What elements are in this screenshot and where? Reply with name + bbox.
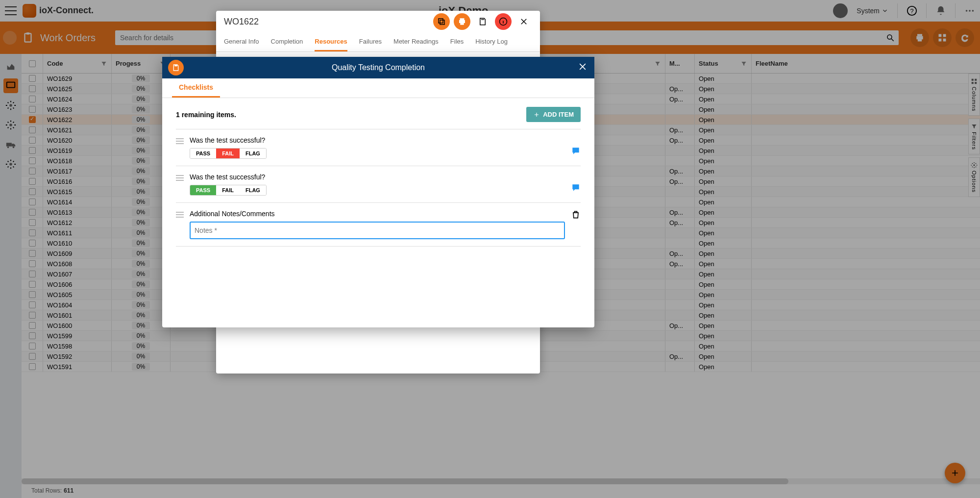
checklist-item: Was the test successful?PASSFAILFLAG: [176, 129, 581, 166]
pass-fail-group: PASSFAILFLAG: [190, 185, 267, 196]
panel-save-button[interactable]: [474, 13, 491, 30]
print-icon: [458, 17, 466, 26]
plus-icon: [533, 111, 540, 118]
drag-handle-icon[interactable]: [176, 138, 184, 144]
comment-icon[interactable]: [571, 183, 581, 193]
detail-panel-header: WO1622: [216, 11, 540, 32]
modal-title: Quality Testing Completion: [332, 63, 425, 72]
pass-button[interactable]: PASS: [190, 185, 216, 195]
panel-tab[interactable]: History Log: [475, 32, 508, 51]
panel-tab[interactable]: Meter Readings: [393, 32, 439, 51]
drag-handle-icon[interactable]: [176, 212, 184, 218]
panel-tab[interactable]: Completion: [271, 32, 303, 51]
save-icon: [172, 64, 180, 72]
close-icon: [578, 62, 588, 72]
save-icon: [478, 17, 487, 26]
pass-fail-group: PASSFAILFLAG: [190, 148, 267, 159]
fail-button[interactable]: FAIL: [216, 185, 240, 195]
panel-tab[interactable]: Files: [450, 32, 464, 51]
copy-icon: [437, 17, 446, 26]
check-content: Additional Notes/Comments: [190, 210, 565, 239]
panel-tab[interactable]: Resources: [315, 32, 347, 51]
trash-icon[interactable]: [571, 210, 581, 220]
panel-copy-button[interactable]: [433, 13, 450, 30]
fail-button[interactable]: FAIL: [216, 149, 240, 158]
add-item-button[interactable]: ADD ITEM: [526, 107, 581, 122]
close-icon: [519, 17, 528, 26]
remaining-text: 1 remaining items.: [176, 111, 236, 119]
panel-tab[interactable]: Failures: [359, 32, 382, 51]
panel-info-button[interactable]: [495, 13, 512, 30]
completion-modal: Quality Testing Completion Checklists 1 …: [162, 57, 594, 327]
modal-save-button[interactable]: [168, 60, 184, 75]
modal-tabs: Checklists: [162, 78, 594, 98]
drag-handle-icon[interactable]: [176, 175, 184, 181]
remaining-row: 1 remaining items. ADD ITEM: [176, 107, 581, 122]
modal-close-button[interactable]: [578, 62, 588, 74]
notes-input[interactable]: [190, 222, 565, 239]
check-question: Was the test successful?: [190, 173, 565, 181]
pass-button[interactable]: PASS: [190, 149, 216, 158]
flag-button[interactable]: FLAG: [240, 185, 266, 195]
modal-header: Quality Testing Completion: [162, 57, 594, 78]
check-question: Was the test successful?: [190, 136, 565, 144]
notes-label: Additional Notes/Comments: [190, 210, 565, 218]
panel-close-button[interactable]: [515, 13, 532, 30]
flag-button[interactable]: FLAG: [240, 149, 266, 158]
panel-tab[interactable]: General Info: [224, 32, 259, 51]
panel-print-button[interactable]: [454, 13, 470, 30]
check-content: Was the test successful?PASSFAILFLAG: [190, 173, 565, 196]
tab-checklists[interactable]: Checklists: [172, 78, 220, 98]
detail-panel-tabs: General InfoCompletionResourcesFailuresM…: [216, 32, 540, 52]
comment-icon[interactable]: [571, 146, 581, 156]
check-content: Was the test successful?PASSFAILFLAG: [190, 136, 565, 159]
modal-body: 1 remaining items. ADD ITEM Was the test…: [162, 98, 594, 327]
checklist-notes-item: Additional Notes/Comments: [176, 202, 581, 247]
info-icon: [499, 17, 508, 26]
checklist-item: Was the test successful?PASSFAILFLAG: [176, 166, 581, 202]
detail-panel-title: WO1622: [224, 17, 429, 27]
